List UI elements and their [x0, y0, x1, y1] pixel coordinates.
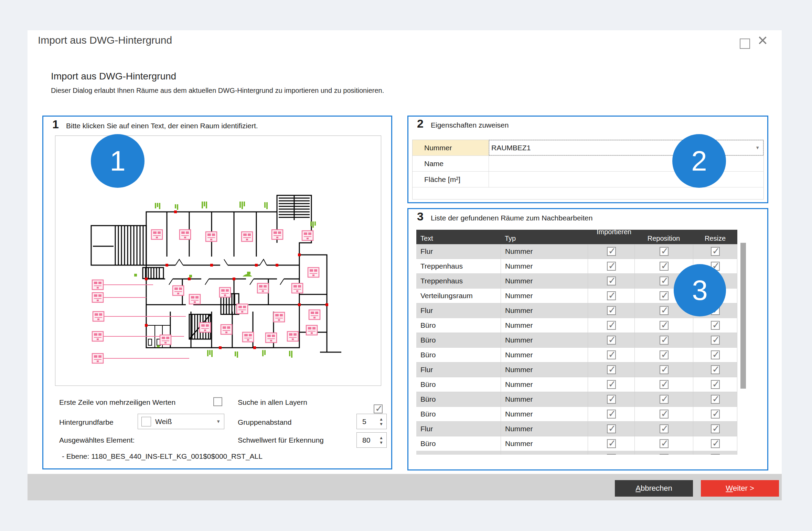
reposition-checkbox[interactable] — [660, 247, 669, 256]
room-tag-icon[interactable] — [92, 293, 103, 302]
reposition-checkbox[interactable] — [660, 380, 669, 389]
importieren-checkbox[interactable] — [607, 247, 616, 256]
room-tag-icon[interactable] — [242, 232, 253, 241]
room-tag-icon[interactable] — [237, 304, 248, 314]
room-tag-icon[interactable] — [93, 312, 104, 321]
importieren-checkbox[interactable] — [607, 395, 616, 404]
resize-checkbox[interactable] — [711, 380, 720, 389]
importieren-checkbox[interactable] — [607, 424, 616, 433]
room-tag-icon[interactable] — [206, 232, 217, 241]
table-row[interactable]: FlurNummer — [416, 244, 737, 259]
table-row[interactable]: BüroNummer — [416, 436, 737, 451]
reposition-checkbox[interactable] — [660, 291, 669, 300]
table-row[interactable]: BüroNummer — [416, 333, 737, 348]
room-tag-icon[interactable] — [243, 332, 254, 342]
room-tag-icon[interactable] — [292, 283, 303, 293]
importieren-checkbox[interactable] — [607, 277, 616, 285]
next-button[interactable]: Weiter > — [701, 480, 779, 497]
room-tag-icon[interactable] — [221, 325, 232, 334]
threshold-value[interactable]: 80 — [357, 436, 376, 444]
room-tag-icon[interactable] — [308, 268, 319, 277]
spin-down-icon[interactable]: ▼ — [379, 422, 383, 426]
importieren-checkbox[interactable] — [607, 321, 616, 330]
room-tag-icon[interactable] — [151, 230, 162, 239]
room-tag-icon[interactable] — [302, 231, 313, 240]
reposition-checkbox[interactable] — [660, 410, 669, 419]
room-tag-icon[interactable] — [189, 294, 200, 304]
importieren-checkbox[interactable] — [607, 439, 616, 448]
group-distance-stepper[interactable]: 5 ▲▼ — [356, 414, 387, 429]
threshold-stepper[interactable]: 80 ▲▼ — [356, 432, 387, 448]
table-row[interactable] — [416, 451, 737, 455]
room-tag-icon[interactable] — [92, 354, 103, 363]
table-row[interactable]: BüroNummer — [416, 318, 737, 333]
room-tag-icon[interactable] — [266, 333, 277, 343]
room-tag-icon[interactable] — [92, 280, 103, 290]
room-tag-icon[interactable] — [92, 332, 103, 341]
importieren-checkbox[interactable] — [607, 350, 616, 359]
resize-checkbox[interactable] — [711, 336, 720, 345]
table-row[interactable]: BüroNummer — [416, 392, 737, 407]
reposition-checkbox[interactable] — [660, 321, 669, 330]
group-distance-value[interactable]: 5 — [357, 418, 376, 426]
reposition-checkbox[interactable] — [660, 454, 669, 455]
importieren-checkbox[interactable] — [607, 306, 616, 315]
importieren-checkbox[interactable] — [607, 365, 616, 374]
vertical-scrollbar[interactable] — [740, 243, 746, 389]
room-tag-icon[interactable] — [173, 286, 184, 295]
room-tag-icon[interactable] — [306, 325, 317, 335]
resize-checkbox[interactable] — [711, 350, 720, 359]
room-tag-icon[interactable] — [160, 335, 171, 345]
table-row[interactable]: BüroNummer — [416, 348, 737, 362]
importieren-checkbox[interactable] — [607, 410, 616, 419]
resize-checkbox[interactable] — [711, 439, 720, 448]
room-tag-icon[interactable] — [180, 230, 191, 239]
room-tag-icon[interactable] — [220, 288, 231, 297]
resize-checkbox[interactable] — [711, 410, 720, 419]
close-icon[interactable]: × — [758, 32, 768, 49]
cancel-button[interactable]: Abbrechen — [615, 480, 693, 497]
reposition-checkbox[interactable] — [660, 336, 669, 345]
table-row[interactable]: BüroNummer — [416, 377, 737, 392]
spin-down-icon[interactable]: ▼ — [379, 440, 383, 445]
table-row[interactable]: FlurNummer — [416, 422, 737, 436]
room-tag-icon[interactable] — [309, 310, 320, 319]
resize-checkbox[interactable] — [711, 454, 720, 455]
room-tag-icon[interactable] — [287, 332, 298, 341]
room-typ: Nummer — [501, 244, 588, 259]
table-row[interactable]: FlurNummer — [416, 362, 737, 377]
resize-checkbox[interactable] — [711, 247, 720, 256]
importieren-checkbox[interactable] — [607, 291, 616, 300]
room-tag-icon[interactable] — [200, 323, 211, 332]
floor-plan-drawing[interactable] — [86, 191, 381, 367]
reposition-checkbox[interactable] — [660, 306, 669, 315]
importieren-checkbox[interactable] — [607, 454, 616, 455]
reposition-checkbox[interactable] — [660, 365, 669, 374]
spin-up-icon[interactable]: ▲ — [379, 417, 383, 422]
spin-up-icon[interactable]: ▲ — [379, 435, 383, 440]
resize-checkbox[interactable] — [711, 321, 720, 330]
resize-checkbox[interactable] — [711, 424, 720, 433]
background-color-select[interactable]: Weiß ▼ — [138, 414, 224, 429]
column-header-resize: Resize — [693, 230, 737, 244]
reposition-checkbox[interactable] — [660, 350, 669, 359]
reposition-checkbox[interactable] — [660, 439, 669, 448]
room-tag-icon[interactable] — [272, 230, 283, 239]
reposition-checkbox[interactable] — [660, 424, 669, 433]
resize-checkbox[interactable] — [711, 395, 720, 404]
room-tag-icon[interactable] — [274, 312, 285, 322]
importieren-checkbox[interactable] — [607, 380, 616, 389]
importieren-checkbox[interactable] — [607, 336, 616, 345]
chevron-down-icon[interactable]: ▼ — [216, 419, 221, 424]
resize-checkbox[interactable] — [711, 365, 720, 374]
reposition-checkbox[interactable] — [660, 395, 669, 404]
maximize-icon[interactable] — [740, 39, 750, 49]
search-all-layers-checkbox[interactable] — [374, 404, 383, 413]
table-row[interactable]: BüroNummer — [416, 407, 737, 422]
chevron-down-icon[interactable]: ▼ — [755, 145, 760, 150]
first-line-checkbox[interactable] — [213, 397, 222, 406]
reposition-checkbox[interactable] — [660, 262, 669, 271]
reposition-checkbox[interactable] — [660, 277, 669, 285]
room-tag-icon[interactable] — [257, 283, 268, 293]
importieren-checkbox[interactable] — [607, 262, 616, 271]
